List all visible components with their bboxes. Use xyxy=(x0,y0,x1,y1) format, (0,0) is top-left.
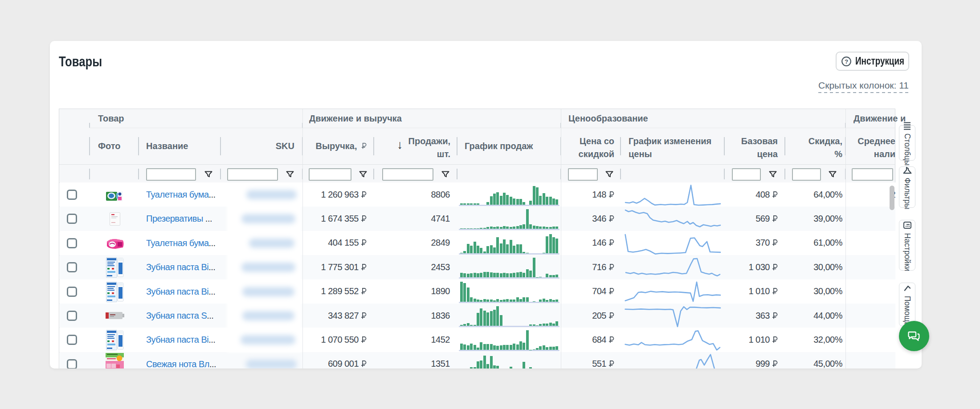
svg-text:?: ? xyxy=(844,58,848,65)
